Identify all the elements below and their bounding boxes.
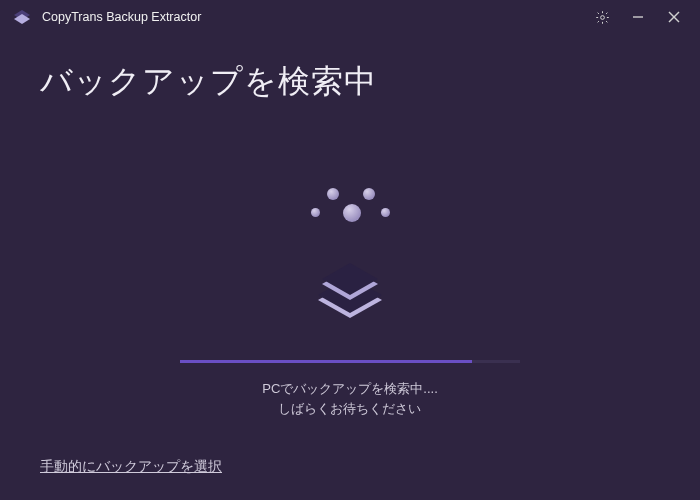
titlebar: CopyTrans Backup Extractor xyxy=(0,0,700,34)
progress-bar xyxy=(180,360,520,363)
svg-point-2 xyxy=(600,15,604,19)
app-title: CopyTrans Backup Extractor xyxy=(42,10,201,24)
loading-stage: PCでバックアップを検索中.... しばらくお待ちください xyxy=(0,184,700,419)
minimize-icon xyxy=(632,11,644,23)
status-text: PCでバックアップを検索中.... しばらくお待ちください xyxy=(262,379,438,419)
content-area: バックアップを検索中 PCでバック xyxy=(0,34,700,500)
minimize-button[interactable] xyxy=(620,3,656,31)
app-stack-icon xyxy=(300,246,400,326)
app-logo-icon xyxy=(12,10,32,24)
manual-select-link[interactable]: 手動的にバックアップを選択 xyxy=(40,458,222,476)
loading-orbs-icon xyxy=(305,184,395,228)
status-line-2: しばらくお待ちください xyxy=(262,399,438,419)
page-title: バックアップを検索中 xyxy=(40,60,660,104)
gear-icon xyxy=(595,10,610,25)
close-icon xyxy=(668,11,680,23)
settings-button[interactable] xyxy=(584,3,620,31)
close-button[interactable] xyxy=(656,3,692,31)
status-line-1: PCでバックアップを検索中.... xyxy=(262,379,438,399)
progress-fill xyxy=(180,360,472,363)
